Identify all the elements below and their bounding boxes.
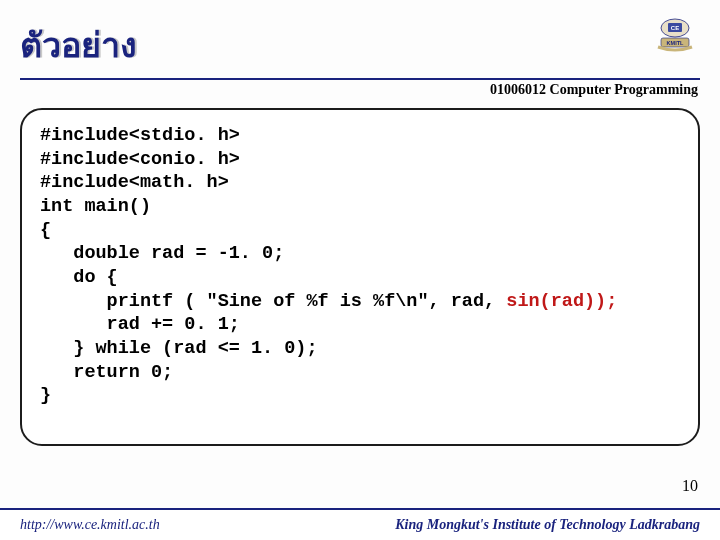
page-number: 10 <box>682 477 698 495</box>
code-line: #include<math. h> <box>40 172 229 193</box>
code-line: return 0; <box>40 362 173 383</box>
code-line: int main() <box>40 196 151 217</box>
code-line: } <box>40 385 51 406</box>
svg-text:CE: CE <box>671 25 679 31</box>
code-line: double rad = -1. 0; <box>40 243 284 264</box>
slide-title: ตัวอย่าง <box>20 18 700 72</box>
header: ตัวอย่าง ตัวอย่าง <box>0 0 720 72</box>
code-example-box: #include<stdio. h> #include<conio. h> #i… <box>20 108 700 446</box>
code-line: { <box>40 220 51 241</box>
footer-url: http://www.ce.kmitl.ac.th <box>20 517 160 533</box>
footer: http://www.ce.kmitl.ac.th King Mongkut's… <box>0 508 720 540</box>
code-line: printf ( "Sine of %f is %f\n", rad, <box>40 291 506 312</box>
code-content: #include<stdio. h> #include<conio. h> #i… <box>40 124 680 408</box>
code-line: rad += 0. 1; <box>40 314 240 335</box>
code-line: do { <box>40 267 118 288</box>
course-code: 01006012 Computer Programming <box>0 80 720 98</box>
code-line: } while (rad <= 1. 0); <box>40 338 318 359</box>
kmitl-ce-logo: CE KMITL <box>652 16 698 54</box>
svg-text:KMITL: KMITL <box>667 40 684 46</box>
code-line: #include<stdio. h> <box>40 125 240 146</box>
slide: ตัวอย่าง ตัวอย่าง CE KMITL 01006012 Comp… <box>0 0 720 540</box>
code-highlight: sin(rad)); <box>506 291 617 312</box>
footer-institution: King Mongkut's Institute of Technology L… <box>395 517 700 533</box>
code-line: #include<conio. h> <box>40 149 240 170</box>
